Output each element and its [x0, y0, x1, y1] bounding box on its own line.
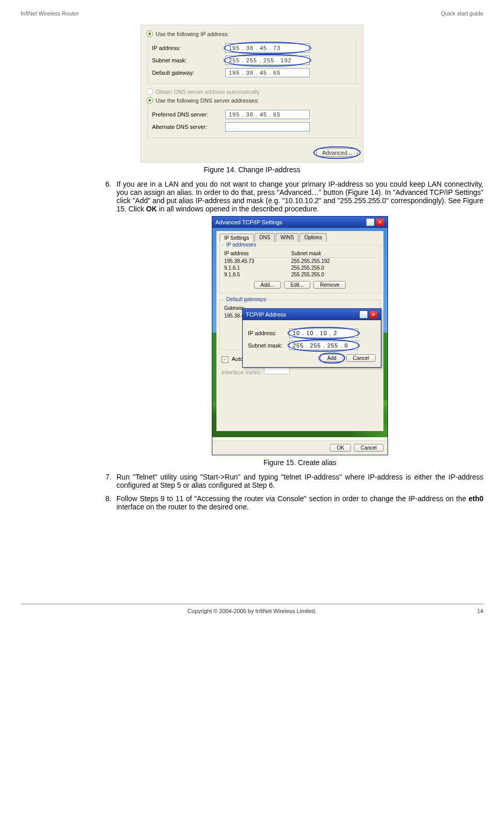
modal-ip-input[interactable]: 10 . 10 . 10 . 2 [289, 328, 358, 338]
tabs: IP Settings DNS WINS Options [220, 233, 380, 242]
page-footer: Copyright © 2004-2006 by InfiNet Wireles… [21, 608, 483, 614]
modal-ip-label: IP address: [248, 330, 289, 336]
figure-15-caption: Figure 15. Create alias [116, 458, 483, 467]
modal-mask-input[interactable]: 255 . 255 . 255 . 0 [289, 341, 358, 350]
radio-icon [146, 30, 153, 37]
header-right: Quick start guide [441, 10, 483, 16]
checkbox-icon[interactable] [222, 356, 228, 363]
step-6: If you are in a LAN and you do not want … [113, 180, 483, 467]
pref-dns-input[interactable]: 195 . 38 . 45 . 65 [225, 110, 310, 119]
tab-wins[interactable]: WINS [276, 233, 298, 242]
figure-14-caption: Figure 14. Change IP-address [21, 166, 483, 174]
titlebar: TCP/IP Address ? × [243, 309, 381, 320]
footer-divider [21, 604, 483, 604]
gw-label: Default gateway: [152, 70, 225, 76]
alt-dns-input[interactable]: . . . [225, 122, 310, 131]
modal-mask-label: Subnet mask: [248, 342, 289, 349]
add-button[interactable]: Add... [254, 281, 281, 289]
ip-label: IP address: [152, 45, 225, 51]
radio-label-dim: Obtain DNS server address automatically [156, 89, 260, 95]
radio-use-dns[interactable]: Use the following DNS server addresses: [146, 97, 358, 104]
mask-input[interactable]: 255 . 255 . 255 . 192 [225, 56, 310, 65]
radio-icon [146, 88, 153, 95]
list-item[interactable]: 9.1.6.1255.255.255.0 [224, 265, 376, 271]
group-title: IP addresses [224, 242, 258, 247]
radio-use-ip[interactable]: Use the following IP address: [146, 30, 358, 37]
modal-cancel-button[interactable]: Cancel [346, 354, 376, 362]
advanced-tcpip-window: Advanced TCP/IP Settings ? × IP Settings… [212, 216, 388, 455]
list-header: IP addressSubnet mask [224, 250, 376, 258]
close-icon[interactable]: × [369, 310, 378, 319]
ip-addresses-group: IP addresses IP addressSubnet mask 195.3… [220, 245, 380, 293]
copyright: Copyright © 2004-2006 by InfiNet Wireles… [41, 608, 463, 614]
ifmetric-label: Interface metric: [222, 369, 262, 375]
tab-ip-settings[interactable]: IP Settings [220, 234, 254, 242]
help-icon[interactable]: ? [366, 218, 375, 226]
close-icon[interactable]: × [376, 218, 384, 226]
modal-add-button[interactable]: Add [321, 354, 343, 362]
window-title: Advanced TCP/IP Settings [215, 219, 282, 225]
figure-15: Advanced TCP/IP Settings ? × IP Settings… [116, 216, 483, 455]
ok-bold: OK [146, 205, 157, 213]
ok-button[interactable]: OK [330, 444, 350, 452]
step-8: Follow Steps 9 to 11 of "Accessing the r… [113, 494, 483, 511]
radio-label: Use the following DNS server addresses: [156, 97, 259, 104]
ip-input[interactable]: 195 . 38 . 45 . 73 [225, 43, 310, 53]
tab-dns[interactable]: DNS [255, 233, 275, 242]
page-number: 14 [463, 608, 483, 614]
radio-label: Use the following IP address: [156, 31, 229, 37]
dialog-buttons: OK Cancel [212, 440, 388, 455]
window-title: TCP/IP Address [246, 311, 286, 318]
help-icon[interactable]: ? [359, 310, 368, 319]
eth0-bold: eth0 [468, 494, 483, 503]
tcpip-address-dialog: TCP/IP Address ? × IP address: 10 . 10 .… [242, 308, 381, 368]
remove-button[interactable]: Remove [313, 281, 346, 289]
mask-label: Subnet mask: [152, 57, 225, 63]
header-left: InfiNet Wireless Router [21, 10, 79, 16]
alt-dns-label: Alternate DNS server: [152, 124, 225, 130]
list-item[interactable]: 195.38.45.73255.255.255.192 [224, 258, 376, 265]
tab-options[interactable]: Options [299, 233, 326, 242]
step-7: Run "Telnet" utility using "Start->Run" … [113, 473, 483, 489]
group-title: Default gateways: [224, 296, 270, 302]
pref-dns-label: Preferred DNS server: [152, 111, 225, 118]
advanced-button[interactable]: Advanced... [316, 148, 358, 157]
gw-input[interactable]: 195 . 38 . 45 . 65 [225, 68, 310, 77]
edit-button[interactable]: Edit... [284, 281, 311, 289]
radio-icon [146, 97, 153, 104]
titlebar: Advanced TCP/IP Settings ? × [212, 217, 388, 228]
cancel-button[interactable]: Cancel [354, 444, 383, 452]
figure-14: Use the following IP address: IP address… [21, 25, 483, 162]
page-header: InfiNet Wireless Router Quick start guid… [21, 10, 483, 16]
radio-obtain-dns: Obtain DNS server address automatically [146, 88, 358, 95]
list-item[interactable]: 9.1.8.5255.255.255.0 [224, 271, 376, 278]
tcpip-panel: Use the following IP address: IP address… [141, 25, 363, 162]
